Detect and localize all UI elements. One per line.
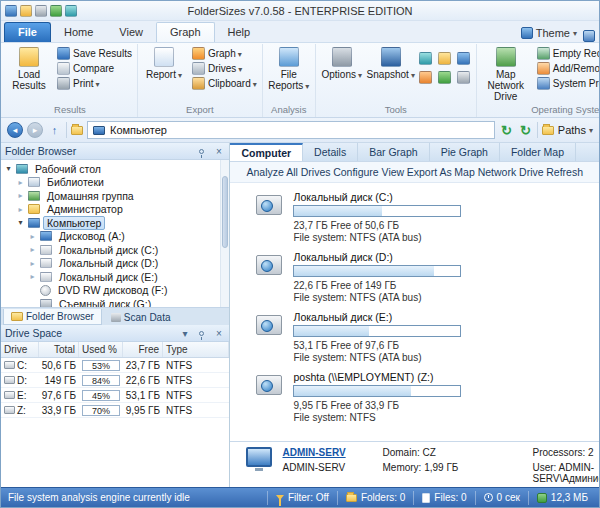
options-button[interactable]: Options — [319, 45, 365, 83]
tree-item-libraries[interactable]: ▸Библиотеки — [1, 176, 219, 190]
main-pane: Computer Details Bar Graph Pie Graph Fol… — [230, 143, 599, 487]
tab-pie-graph[interactable]: Pie Graph — [430, 143, 500, 161]
network-drive-icon — [256, 375, 282, 395]
drive-entry-c[interactable]: Локальный диск (C:) 23,7 ГБ Free of 50,6… — [256, 191, 599, 243]
load-results-icon[interactable] — [20, 5, 32, 17]
theme-button[interactable]: Theme ▾ — [521, 27, 583, 42]
tab-folder-map[interactable]: Folder Map — [500, 143, 576, 161]
close-icon[interactable]: × — [212, 328, 225, 339]
chevron-down-icon: ▾ — [589, 126, 593, 135]
tab-scan-data[interactable]: Scan Data — [103, 309, 179, 325]
pin-icon[interactable] — [195, 331, 208, 336]
scrollbar-thumb[interactable] — [222, 176, 228, 248]
clipboard-button[interactable]: Clipboard — [190, 77, 259, 90]
tree-item-computer[interactable]: ▾Компьютер — [1, 216, 219, 230]
add-remove-programs-button[interactable]: Add/Remove Programs — [535, 62, 600, 75]
scheduler-button[interactable] — [455, 49, 473, 67]
tree-item-drive-d[interactable]: ▸Локальный диск (D:) — [1, 257, 219, 271]
table-row[interactable]: E: 97,6 ГБ 45% 53,1 ГБ NTFS — [1, 388, 229, 403]
drive-entry-z[interactable]: poshta (\\EMPLOYMENT) (Z:) 9,95 ГБ Free … — [256, 371, 599, 423]
chevron-down-icon[interactable]: ▾ — [178, 328, 191, 339]
disk-icon — [4, 361, 15, 369]
tree-item-drive-e[interactable]: ▸Локальный диск (E:) — [1, 270, 219, 284]
table-row[interactable]: C: 50,6 ГБ 53% 23,7 ГБ NTFS — [1, 358, 229, 373]
up-button[interactable]: ↑ — [47, 124, 62, 136]
tab-computer[interactable]: Computer — [230, 143, 303, 161]
ribbon-group-results: Load Results Save Results Compare Print … — [3, 44, 138, 117]
tree-item-drive-g[interactable]: ▸Съемный диск (G:) — [1, 297, 219, 307]
close-icon[interactable]: × — [212, 146, 225, 157]
duplicate-files-button[interactable] — [455, 68, 473, 86]
table-row[interactable]: D: 149 ГБ 84% 22,6 ГБ NTFS — [1, 373, 229, 388]
filter-status[interactable]: Filter: Off — [267, 491, 337, 505]
forward-button[interactable]: ▸ — [27, 122, 43, 138]
load-results-icon — [19, 47, 39, 67]
empty-recycle-bin-button[interactable]: Empty Recycle Bin — [535, 47, 600, 60]
search-icon[interactable] — [65, 5, 77, 17]
rule-manager-icon — [438, 52, 451, 65]
computer-name-link[interactable]: ADMIN-SERV — [282, 447, 382, 458]
largest-files-button[interactable] — [417, 68, 435, 86]
filter-icon — [276, 495, 284, 500]
address-field[interactable]: Компьютер — [87, 121, 495, 139]
oldest-files-icon — [438, 71, 451, 84]
tab-bar-graph[interactable]: Bar Graph — [358, 143, 429, 161]
file-tab[interactable]: File — [4, 22, 51, 42]
drive-entry-e[interactable]: Локальный диск (E:) 53,1 ГБ Free of 97,6… — [256, 311, 599, 363]
save-results-button[interactable]: Save Results — [55, 47, 134, 60]
refresh-button[interactable]: ↻ — [499, 123, 514, 138]
disk-icon — [40, 258, 52, 268]
paths-button[interactable]: Paths ▾ — [558, 124, 593, 136]
tab-folder-browser[interactable]: Folder Browser — [3, 309, 102, 325]
tab-details[interactable]: Details — [303, 143, 358, 161]
tools-icon-grid — [417, 45, 473, 86]
configure-view-button[interactable]: Configure View — [333, 166, 404, 178]
export-graph-button[interactable]: Graph — [190, 47, 259, 60]
tree-scrollbar[interactable] — [220, 160, 229, 307]
back-button[interactable]: ◂ — [7, 122, 23, 138]
recycle-bin-icon — [537, 47, 550, 60]
options-icon — [332, 47, 352, 67]
tab-home[interactable]: Home — [51, 23, 106, 42]
tree-item-drive-f[interactable]: ▸DVD RW дисковод (F:) — [1, 284, 219, 298]
search-files-button[interactable] — [417, 49, 435, 67]
compare-button[interactable]: Compare — [55, 62, 134, 75]
tree-item-homegroup[interactable]: ▸Домашняя группа — [1, 189, 219, 203]
print-button[interactable]: Print — [55, 77, 134, 90]
map-network-drive-button[interactable]: Map Network Drive — [454, 166, 543, 178]
tab-view[interactable]: View — [106, 23, 156, 42]
table-row[interactable]: Z: 33,9 ГБ 70% 9,95 ГБ NTFS — [1, 403, 229, 418]
refresh-button[interactable]: Refresh — [546, 166, 583, 178]
tree-item-administrator[interactable]: ▸Администратор — [1, 203, 219, 217]
app-logo-icon — [5, 5, 17, 17]
save-results-icon[interactable] — [35, 5, 47, 17]
report-button[interactable]: Report — [141, 45, 187, 83]
analyze-all-drives-button[interactable]: Analyze All Drives — [246, 166, 330, 178]
load-results-button[interactable]: Load Results — [6, 45, 52, 93]
save-icon — [57, 47, 70, 60]
map-network-drive-button[interactable]: Map Network Drive — [480, 45, 532, 104]
tab-graph[interactable]: Graph — [156, 22, 215, 42]
disk-icon — [4, 391, 15, 399]
pin-icon[interactable] — [195, 149, 208, 154]
body: Folder Browser × ▾Рабочий стол ▸Библиоте… — [1, 143, 599, 487]
drive-entry-d[interactable]: Локальный диск (D:) 22,6 ГБ Free of 149 … — [256, 251, 599, 303]
rule-manager-button[interactable] — [436, 49, 454, 67]
tree-item-drive-a[interactable]: ▸Дисковод (A:) — [1, 230, 219, 244]
file-reports-button[interactable]: File Reports — [266, 45, 312, 94]
export-drives-button[interactable]: Drives — [190, 62, 259, 75]
system-protection-button[interactable]: System Protection — [535, 77, 600, 90]
oldest-files-button[interactable] — [436, 68, 454, 86]
user-label: User: ADMIN-SERV\Администратор — [532, 462, 600, 484]
window-title: FolderSizes v7.0.58 - ENTERPRISE EDITION — [1, 5, 599, 17]
analyze-icon[interactable] — [50, 5, 62, 17]
elapsed-time-status: 0 сек — [475, 491, 528, 505]
tree-item-desktop[interactable]: ▾Рабочий стол — [1, 162, 219, 176]
rescan-button[interactable]: ↻ — [518, 123, 533, 138]
export-as-button[interactable]: Export As — [407, 166, 452, 178]
tree-item-drive-c[interactable]: ▸Локальный диск (C:) — [1, 243, 219, 257]
tab-help[interactable]: Help — [215, 23, 264, 42]
snapshot-button[interactable]: Snapshot — [368, 45, 414, 83]
drive-space-title: Drive Space — [5, 327, 174, 339]
style-icon[interactable] — [583, 30, 595, 42]
